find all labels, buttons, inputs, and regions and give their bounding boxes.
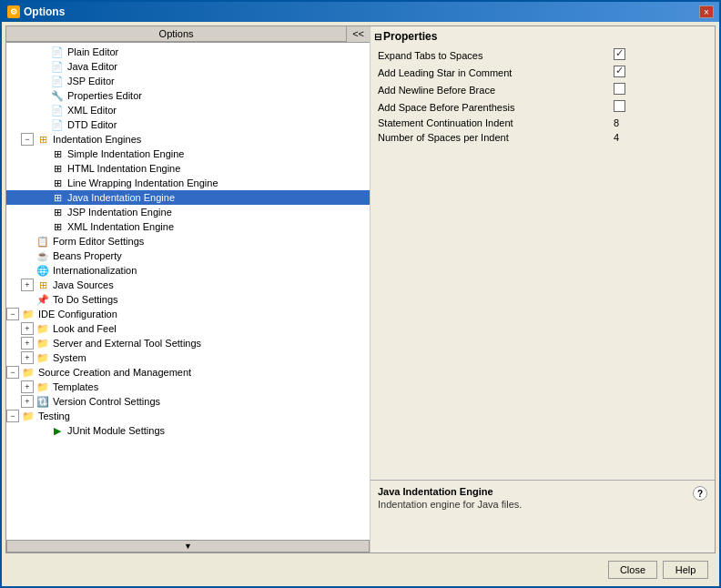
properties-table: Expand Tabs to Spaces Add Leading Star i… (374, 46, 711, 145)
tree-label: Look and Feel (53, 323, 117, 334)
system-icon: 📁 (36, 351, 50, 364)
tree-label: Java Sources (53, 279, 114, 290)
jsp-indent-icon: ⊞ (50, 206, 65, 218)
tree-item-server-tools[interactable]: + 📁 Server and External Tool Settings (6, 336, 370, 350)
tree-item-beans-property[interactable]: ☕ Beans Property (6, 248, 370, 263)
expand-system-btn[interactable]: + (21, 351, 34, 364)
prop-value-expand-tabs[interactable] (610, 46, 711, 64)
expand-indentation-btn[interactable]: − (21, 133, 34, 146)
info-title: Java Indentation Engine (378, 486, 522, 497)
tree-item-java-editor[interactable]: 📄 Java Editor (6, 59, 370, 74)
tree-item-todo-settings[interactable]: 📌 To Do Settings (6, 292, 370, 307)
tree-item-source-creation[interactable]: − 📁 Source Creation and Management (6, 365, 370, 380)
props-header: ⊟ Properties (374, 30, 711, 43)
main-content: Options << 📄 Plain Editor (2, 22, 719, 586)
version-control-icon: 🔃 (36, 395, 50, 408)
tree-label: JUnit Module Settings (67, 425, 165, 436)
tree-label: Plain Editor (67, 46, 118, 57)
ide-config-icon: 📁 (21, 308, 36, 320)
tree-item-templates[interactable]: + 📁 Templates (6, 380, 370, 394)
tree-label: Properties Editor (67, 90, 142, 101)
prop-label-expand-tabs: Expand Tabs to Spaces (374, 46, 610, 64)
jsp-icon: 📄 (50, 75, 65, 87)
tree-area[interactable]: 📄 Plain Editor 📄 Java Editor (6, 43, 370, 540)
close-button[interactable]: Close (608, 561, 657, 579)
expand-testing-btn[interactable]: − (6, 410, 19, 422)
tree-item-form-editor[interactable]: 📋 Form Editor Settings (6, 234, 370, 248)
server-tools-icon: 📁 (36, 337, 50, 350)
checkbox-expand-tabs[interactable] (614, 48, 625, 60)
expand-look-feel-btn[interactable]: + (21, 322, 34, 335)
tree-item-java-sources[interactable]: + ⊞ Java Sources (6, 278, 370, 292)
tree-item-ide-config[interactable]: − 📁 IDE Configuration (6, 307, 370, 321)
prop-label-spaces-indent: Number of Spaces per Indent (374, 130, 610, 145)
expand-server-btn[interactable]: + (21, 337, 34, 350)
tree-item-junit[interactable]: ▶ JUnit Module Settings (6, 423, 370, 438)
tree-label: Java Editor (67, 61, 117, 72)
scroll-down-button[interactable]: ▼ (6, 540, 370, 553)
prop-value-leading-star[interactable] (610, 64, 711, 81)
tree-label: IDE Configuration (38, 309, 117, 319)
tree-label: Beans Property (53, 250, 122, 261)
bottom-bar: Close Help (5, 557, 716, 583)
dtd-icon: 📄 (50, 118, 65, 131)
tree-item-simple-indent[interactable]: ⊞ Simple Indentation Engine (6, 147, 370, 161)
tree-item-java-indent[interactable]: ⊞ Java Indentation Engine (6, 190, 370, 205)
prop-value-space-paren[interactable] (610, 98, 711, 116)
tree-item-xml-indent[interactable]: ⊞ XML Indentation Engine (6, 219, 370, 234)
tree-item-jsp-editor[interactable]: 📄 JSP Editor (6, 74, 370, 88)
tree-label: XML Indentation Engine (67, 221, 174, 232)
form-editor-icon: 📋 (36, 235, 50, 248)
look-feel-icon: 📁 (36, 322, 50, 335)
prop-value-stmt-indent: 8 (610, 116, 711, 130)
tree-label: To Do Settings (53, 294, 118, 305)
junit-icon: ▶ (50, 424, 65, 437)
tree-item-properties-editor[interactable]: 🔧 Properties Editor (6, 88, 370, 103)
prop-row-space-paren: Add Space Before Parenthesis (374, 98, 711, 116)
expand-version-btn[interactable]: + (21, 395, 34, 408)
tree-item-testing[interactable]: − 📁 Testing (6, 409, 370, 423)
tree-item-line-wrap-indent[interactable]: ⊞ Line Wrapping Indentation Engine (6, 176, 370, 190)
tree-item-system[interactable]: + 📁 System (6, 350, 370, 365)
expand-templates-btn[interactable]: + (21, 380, 34, 393)
java-editor-icon: 📄 (50, 60, 65, 73)
prop-value-newline-brace[interactable] (610, 81, 711, 98)
help-icon-button[interactable]: ? (693, 486, 707, 501)
left-panel: Options << 📄 Plain Editor (6, 26, 371, 553)
tree-item-xml-editor[interactable]: 📄 XML Editor (6, 103, 370, 117)
tree-item-indentation-engines[interactable]: − ⊞ Indentation Engines (6, 132, 370, 147)
tree-item-dtd-editor[interactable]: 📄 DTD Editor (6, 117, 370, 132)
properties-icon: 🔧 (50, 89, 65, 102)
close-window-button[interactable]: × (699, 5, 714, 18)
tree-item-i18n[interactable]: 🌐 Internationalization (6, 263, 370, 278)
collapse-props-icon[interactable]: ⊟ (374, 32, 381, 42)
tree-item-look-feel[interactable]: + 📁 Look and Feel (6, 321, 370, 336)
tree-item-version-control[interactable]: + 🔃 Version Control Settings (6, 394, 370, 409)
back-button[interactable]: << (346, 26, 370, 42)
tree-label: HTML Indentation Engine (67, 163, 180, 174)
tree-label: Version Control Settings (53, 396, 160, 407)
expand-source-btn[interactable]: − (6, 366, 19, 379)
prop-label-leading-star: Add Leading Star in Comment (374, 64, 610, 81)
expand-java-sources-btn[interactable]: + (21, 279, 34, 291)
tree-label: Server and External Tool Settings (53, 338, 201, 349)
expand-ide-btn[interactable]: − (6, 308, 19, 320)
prop-label-stmt-indent: Statement Continuation Indent (374, 116, 610, 130)
tree-label: Simple Indentation Engine (67, 148, 184, 159)
info-description: Indentation engine for Java files. (378, 499, 522, 510)
tree-item-plain-editor[interactable]: 📄 Plain Editor (6, 45, 370, 59)
i18n-icon: 🌐 (36, 264, 50, 277)
tree-label: JSP Indentation Engine (67, 207, 172, 218)
prop-row-leading-star: Add Leading Star in Comment (374, 64, 711, 81)
prop-label-newline-brace: Add Newline Before Brace (374, 81, 610, 98)
prop-value-spaces-indent: 4 (610, 130, 711, 145)
prop-label-space-paren: Add Space Before Parenthesis (374, 98, 610, 116)
checkbox-newline-brace[interactable] (614, 83, 625, 95)
checkbox-space-paren[interactable] (614, 100, 625, 112)
tree-item-jsp-indent[interactable]: ⊞ JSP Indentation Engine (6, 205, 370, 219)
help-button[interactable]: Help (663, 561, 708, 579)
tree-item-html-indent[interactable]: ⊞ HTML Indentation Engine (6, 161, 370, 176)
java-indent-icon: ⊞ (50, 191, 65, 204)
java-sources-icon: ⊞ (36, 279, 50, 291)
checkbox-leading-star[interactable] (614, 66, 625, 77)
